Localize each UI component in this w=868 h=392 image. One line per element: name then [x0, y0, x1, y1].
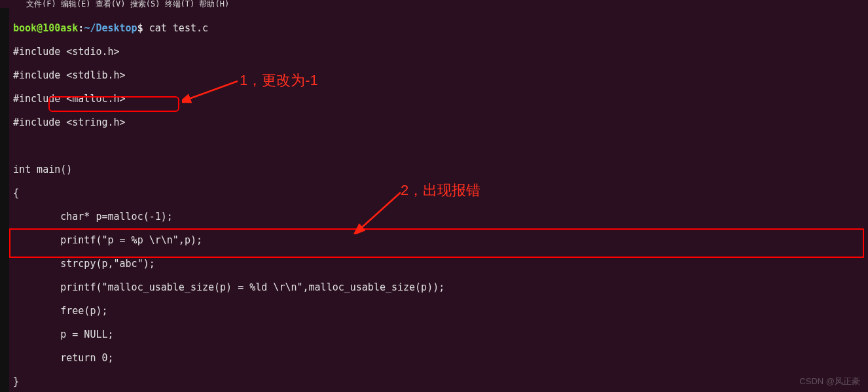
source-line: return 0; [13, 352, 865, 364]
source-line: #include <string.h> [13, 116, 865, 128]
source-line: p = NULL; [13, 329, 865, 340]
source-line: int main() [13, 164, 865, 175]
source-line: free(p); [13, 305, 865, 317]
source-line [13, 140, 865, 152]
cwd-path: ~/Desktop [84, 22, 137, 34]
source-line: } [13, 376, 865, 387]
terminal-viewport[interactable]: book@100ask:~/Desktop$ cat test.c #inclu… [9, 8, 868, 392]
command-cat: cat test.c [143, 22, 208, 34]
prompt-line: book@100ask:~/Desktop$ cat test.c [13, 22, 865, 34]
source-line: #include <malloc.h> [13, 93, 865, 105]
watermark: CSDN @风正豪 [799, 376, 860, 387]
source-line-malloc: char* p=malloc(-1); [13, 211, 865, 223]
source-line: #include <stdlib.h> [13, 69, 865, 81]
source-line: #include <stdio.h> [13, 46, 865, 58]
source-line: printf("malloc_usable_size(p) = %ld \r\n… [13, 281, 865, 293]
source-line: strcpy(p,"abc"); [13, 258, 865, 270]
source-line: printf("p = %p \r\n",p); [13, 234, 865, 246]
user-host: book@100ask [13, 22, 78, 34]
window-menubar[interactable]: 文件(F) 编辑(E) 查看(V) 搜索(S) 终端(T) 帮助(H) [0, 0, 868, 8]
source-line: { [13, 187, 865, 199]
launcher-sidebar [0, 8, 9, 392]
